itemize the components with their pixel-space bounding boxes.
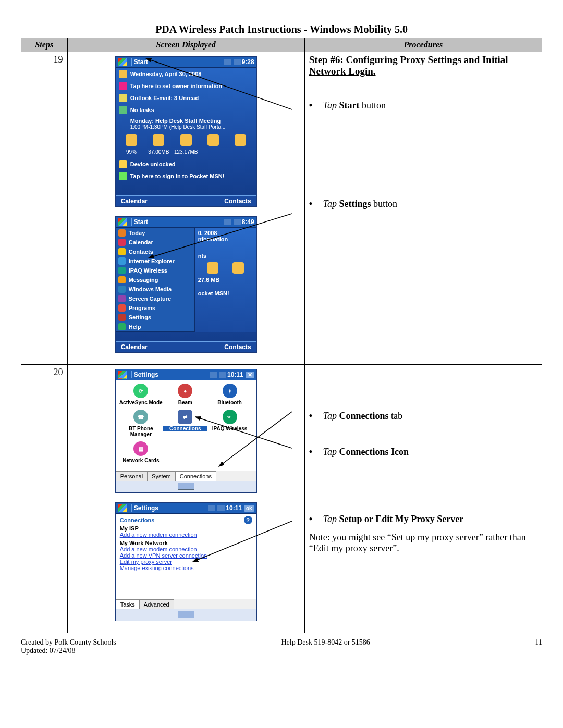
- menu-messaging[interactable]: Messaging: [116, 275, 194, 285]
- tasks-row[interactable]: No tasks: [116, 104, 256, 116]
- clock: 10:11: [226, 504, 242, 512]
- meter-row: 99% 37.00MB 123.17MB: [116, 149, 256, 158]
- menu-settings[interactable]: Settings: [116, 313, 194, 322]
- footer-helpdesk: Help Desk 519-8042 or 51586: [281, 638, 370, 655]
- clock: 8:49: [242, 218, 254, 226]
- col-procedures: Procedures: [304, 38, 542, 52]
- tab-advanced[interactable]: Advanced: [139, 599, 174, 609]
- menu-calendar[interactable]: Calendar: [116, 238, 194, 247]
- step20-procedures: Tap Connections tab Tap Connections Icon…: [304, 365, 542, 633]
- sip-icon[interactable]: [178, 483, 194, 490]
- windows-flag-icon: [118, 504, 127, 512]
- status-icon-row: [116, 131, 256, 149]
- menu-wmp[interactable]: Windows Media: [116, 285, 194, 294]
- tab-system[interactable]: System: [147, 471, 176, 481]
- menu-help[interactable]: Help: [116, 322, 194, 331]
- start-button[interactable]: Start: [134, 218, 148, 226]
- step19-screen: Start 9:28 Wednesday, April 30, 2008 Tap…: [67, 52, 304, 365]
- footer-created: Created by Polk County Schools: [21, 638, 116, 647]
- proxy-note: Note: you might see “Set up my proxy ser…: [309, 532, 537, 554]
- unlocked-row[interactable]: Device unlocked: [116, 158, 256, 170]
- pda-settings: Settings 10:11 ✕ ⟳ActiveSync Mode ●Beam …: [115, 369, 257, 493]
- set-networkcards[interactable]: ▤Network Cards: [119, 441, 163, 463]
- pda-home-screen: Start 9:28 Wednesday, April 30, 2008 Tap…: [115, 56, 257, 207]
- work-add-vpn[interactable]: Add a new VPN server connection: [120, 552, 252, 559]
- settings-title: Settings: [134, 371, 158, 378]
- instr-tap-conn-tab: Tap Connections tab: [309, 411, 537, 422]
- start-button[interactable]: Start: [134, 58, 148, 66]
- conn-icon: [224, 59, 231, 65]
- page-number: 11: [535, 638, 542, 655]
- set-beam[interactable]: ●Beam: [163, 384, 207, 405]
- sk-contacts[interactable]: Contacts: [224, 343, 251, 351]
- work-add-modem[interactable]: Add a new modem connection: [120, 546, 252, 552]
- menu-ie[interactable]: Internet Explorer: [116, 256, 194, 266]
- instr-tap-start: Tap Start button: [309, 100, 537, 111]
- menu-ipaq[interactable]: iPAQ Wireless: [116, 266, 194, 275]
- instr-tap-settings: Tap Settings button: [309, 199, 537, 209]
- set-activesync[interactable]: ⟳ActiveSync Mode: [119, 384, 163, 405]
- conn-title: Connections: [120, 517, 252, 523]
- outlook-row[interactable]: Outlook E-mail: 3 Unread: [116, 92, 256, 104]
- appt-row[interactable]: Monday: Help Desk Staff Meeting 1:00PM-1…: [116, 116, 256, 131]
- sk-calendar[interactable]: Calendar: [121, 343, 148, 351]
- windows-flag-icon: [118, 371, 127, 379]
- work-manage[interactable]: Manage existing connections: [120, 565, 252, 571]
- page-footer: Created by Polk County Schools Updated: …: [21, 638, 542, 655]
- close-button[interactable]: ✕: [246, 372, 254, 378]
- menu-today[interactable]: Today: [116, 228, 194, 238]
- col-steps: Steps: [21, 38, 68, 52]
- tab-tasks[interactable]: Tasks: [116, 599, 140, 609]
- home-topbar: Start 9:28: [116, 57, 256, 68]
- menu-contacts[interactable]: Contacts: [116, 247, 194, 256]
- windows-flag-icon: [118, 218, 127, 226]
- help-icon[interactable]: ?: [244, 516, 252, 524]
- step19-heading: Step #6: Configuring Proxy Settings and …: [309, 54, 537, 77]
- vol-icon: [234, 59, 241, 65]
- pda-connections: Settings 10:11 ok ? Connections My ISP A…: [115, 502, 257, 621]
- doc-title: PDA Wireless Patch Instructions - Window…: [21, 21, 542, 38]
- settings-title: Settings: [134, 504, 158, 512]
- set-bluetooth[interactable]: ᚼBluetooth: [207, 384, 252, 405]
- conn-tabs: Tasks Advanced: [116, 599, 256, 609]
- work-edit-proxy[interactable]: Edit my proxy server: [120, 559, 252, 565]
- step-number-20: 20: [21, 365, 68, 633]
- set-connections[interactable]: ⇄Connections: [163, 410, 207, 437]
- date-row: Wednesday, April 30, 2008: [116, 68, 256, 80]
- sk-contacts[interactable]: Contacts: [224, 198, 251, 205]
- msn-row[interactable]: Tap here to sign in to Pocket MSN!: [116, 170, 256, 182]
- clock: 10:11: [227, 371, 243, 378]
- group-work: My Work Network: [120, 540, 252, 546]
- clock: 9:28: [242, 58, 254, 66]
- softkey-bar: Calendar Contacts: [116, 195, 256, 206]
- group-myisp: My ISP: [120, 525, 252, 532]
- footer-updated: Updated: 07/24/08: [21, 647, 116, 655]
- menu-capture[interactable]: Screen Capture: [116, 294, 194, 303]
- step-number-19: 19: [21, 52, 68, 365]
- instr-tap-conn-icon: Tap Connections Icon: [309, 447, 537, 458]
- set-ipaqwireless[interactable]: ᯤiPAQ Wireless: [207, 410, 252, 437]
- col-screen: Screen Displayed: [67, 38, 304, 52]
- sip-icon[interactable]: [178, 611, 194, 618]
- tab-personal[interactable]: Personal: [116, 471, 148, 481]
- menu-programs[interactable]: Programs: [116, 303, 194, 313]
- step19-procedures: Step #6: Configuring Proxy Settings and …: [304, 52, 542, 365]
- owner-row[interactable]: Tap here to set owner information: [116, 80, 256, 92]
- start-menu-right: 0, 2008 nformation nts 27.6 MB ocket MSN…: [195, 228, 256, 332]
- tab-connections[interactable]: Connections: [175, 471, 216, 481]
- start-menu-list: Today Calendar Contacts Internet Explore…: [116, 228, 195, 332]
- settings-tabs: Personal System Connections: [116, 471, 256, 481]
- windows-flag-icon: [118, 58, 127, 66]
- isp-add-modem[interactable]: Add a new modem connection: [120, 532, 252, 538]
- set-btphone[interactable]: ☎BT Phone Manager: [119, 410, 163, 437]
- sk-calendar[interactable]: Calendar: [121, 198, 148, 205]
- instr-tap-proxy: Tap Setup or Edit My Proxy Server: [309, 514, 537, 525]
- pda-start-menu: Start 8:49 Today Calendar Contacts Inter…: [115, 216, 257, 353]
- step20-screen: Settings 10:11 ✕ ⟳ActiveSync Mode ●Beam …: [67, 365, 304, 633]
- ok-button[interactable]: ok: [244, 505, 254, 512]
